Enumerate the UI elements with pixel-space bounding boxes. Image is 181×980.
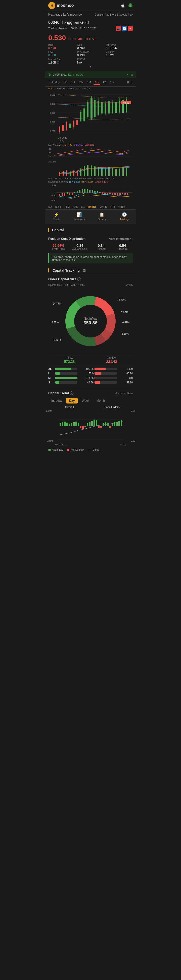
- nav-history[interactable]: 🕐 History: [113, 210, 136, 223]
- tab-5d[interactable]: 5D: [62, 80, 69, 85]
- svg-rect-103: [84, 189, 85, 192]
- calendar-icon[interactable]: ⊡: [130, 73, 133, 76]
- volume-label: 252.5M: [45, 160, 136, 164]
- svg-rect-130: [64, 422, 66, 426]
- historical-data[interactable]: Historical Data: [115, 392, 133, 395]
- prev-close-item: Prev Close 0.490: [77, 51, 104, 57]
- indicator-row[interactable]: MA BOLL EMA SAR KC MAVOL MACD KDJ ARBR: [45, 205, 136, 209]
- positions-label: Positions: [74, 218, 85, 221]
- ind-ema[interactable]: EMA: [65, 206, 70, 208]
- svg-rect-148: [105, 422, 106, 426]
- ind-kdj[interactable]: KDJ: [110, 206, 115, 208]
- chart-type-icons: ⊞ ☰: [127, 80, 133, 85]
- nav-trade[interactable]: ⚡ Trade: [45, 210, 68, 223]
- candle-icon[interactable]: ⊞: [127, 81, 129, 84]
- svg-rect-76: [101, 168, 103, 176]
- bottom-nav: ⚡ Trade 📊 Positions 📋 Orders 🕐 History: [45, 209, 136, 223]
- legend-close: Close: [88, 449, 99, 451]
- tab-1y[interactable]: 1Y: [101, 80, 107, 85]
- tab-1w[interactable]: 1W: [77, 80, 85, 85]
- header-icons: [121, 3, 133, 8]
- share-icon2[interactable]: ⊡: [83, 269, 86, 272]
- svg-rect-81: [119, 169, 120, 176]
- ind-ma[interactable]: MA: [48, 206, 52, 208]
- price-arrow: ↑: [68, 37, 70, 41]
- svg-rect-106: [92, 190, 93, 192]
- risk-note: Risk area, sharp gains in large amount o…: [48, 253, 133, 263]
- stock-name: Tongguan Gold: [62, 20, 89, 25]
- session-icons: 📷 📈 ♥: [115, 26, 133, 31]
- svg-rect-108: [97, 191, 98, 192]
- svg-text:0.375: 0.375: [50, 112, 55, 114]
- price-value: 0.530: [48, 34, 66, 42]
- candlestick-chart: 0.592 0.471 0.375 0.298 0.237 Oct 2020 0…: [45, 90, 136, 143]
- l-inflow-bar: [55, 372, 77, 375]
- position-stats: 99.96% Profit Ratio 0.34 Average Cost 0.…: [45, 243, 136, 252]
- s-inflow-bar: [55, 381, 77, 383]
- legend-close-line: [88, 450, 92, 450]
- svg-rect-80: [115, 169, 117, 176]
- price-change: +0.040: [72, 37, 82, 41]
- earnings-banner: ↻ 08/25/2021 Earnings Out ↗ ⊡: [45, 71, 136, 78]
- trend-tabs: Intraday Day Week Month: [45, 397, 136, 404]
- ind-kc[interactable]: KC: [81, 206, 85, 208]
- order-capital: Order Capital Size i: [45, 275, 136, 283]
- trend-chart-svg: [55, 409, 127, 442]
- logo-area: M moomoo: [48, 2, 74, 9]
- svg-text:M: M: [51, 4, 53, 7]
- price-pct: +8.16%: [84, 37, 95, 41]
- donut-center-labels: Net Inflow 350.86: [83, 317, 97, 326]
- ind-arbr[interactable]: ARBR: [118, 206, 125, 208]
- icon-camera[interactable]: 📷: [115, 26, 121, 31]
- trend-tab-intraday[interactable]: Intraday: [48, 398, 65, 404]
- trend-tab-day[interactable]: Day: [66, 398, 78, 404]
- nav-positions[interactable]: 📊 Positions: [68, 210, 91, 223]
- nav-orders[interactable]: 📋 Orders: [91, 210, 113, 223]
- low-item: Low 0.500: [48, 51, 75, 57]
- mavol-labels: VOL:1:0.339 MAVOL5:0.390 MAVOL10:0.337 M…: [45, 177, 136, 180]
- accent-bar2: [48, 269, 49, 272]
- size-row-l: L 52.0 63.24: [48, 372, 133, 375]
- svg-rect-152: [114, 422, 115, 426]
- support-stat: 0.34 Support: [91, 243, 111, 250]
- tab-1min[interactable]: 1m: [109, 80, 115, 85]
- ind-mavol[interactable]: MAVOL: [88, 206, 96, 208]
- expand-arrow[interactable]: ▼: [48, 64, 133, 69]
- svg-rect-116: [117, 193, 118, 196]
- avg-cost-stat: 0.34 Average Cost: [70, 243, 90, 250]
- svg-rect-95: [64, 193, 66, 196]
- svg-rect-145: [98, 426, 99, 428]
- ind-macd[interactable]: MACD: [99, 206, 107, 208]
- android-icon: [128, 3, 133, 8]
- earnings-date: 08/25/2021: [53, 73, 67, 76]
- svg-rect-120: [127, 193, 128, 195]
- svg-text:0.471: 0.471: [50, 103, 55, 105]
- svg-text:80: 80: [49, 148, 51, 150]
- trend-tab-month[interactable]: Month: [93, 398, 108, 404]
- profit-ratio-stat: 99.96% Profit Ratio: [48, 243, 69, 250]
- svg-rect-101: [79, 190, 80, 192]
- tab-1q[interactable]: 1Q: [93, 80, 100, 85]
- price-chart-svg: 0.592 0.471 0.375 0.298 0.237 Oct 2020 0…: [48, 92, 133, 142]
- tab-1m[interactable]: 1M: [85, 80, 92, 85]
- tab-1d[interactable]: 1D: [70, 80, 77, 85]
- svg-text:0.237: 0.237: [50, 130, 55, 132]
- svg-text:0: 0: [55, 192, 56, 194]
- icon-heart[interactable]: ♥: [128, 26, 133, 31]
- settings-icon[interactable]: ☰: [130, 81, 133, 84]
- share-icon[interactable]: ↗: [126, 73, 128, 76]
- ind-sar[interactable]: SAR: [73, 206, 78, 208]
- icon-chart[interactable]: 📈: [122, 26, 127, 31]
- price-area: 0.530 ↑ +0.040 +8.16% High 0.540 Open 0.…: [45, 32, 136, 71]
- earnings-text: Earnings Out: [68, 73, 84, 76]
- tab-intraday[interactable]: Intraday: [48, 80, 61, 85]
- svg-text:0.260: 0.260: [58, 139, 64, 142]
- inflow-outflow: Inflow 572.28 Outflow 221.42: [45, 354, 136, 366]
- capital-tracking-section: Capital Tracking ⊡ Order Capital Size i …: [45, 266, 136, 453]
- more-info[interactable]: More Information ›: [109, 237, 133, 240]
- open-item: Open 0.500: [77, 43, 104, 50]
- pct-bottom-left: 34.63%: [53, 339, 61, 342]
- pe-item: P/ETM N/A: [77, 58, 104, 64]
- ind-boll[interactable]: BOLL: [55, 206, 62, 208]
- trend-tab-week[interactable]: Week: [78, 398, 92, 404]
